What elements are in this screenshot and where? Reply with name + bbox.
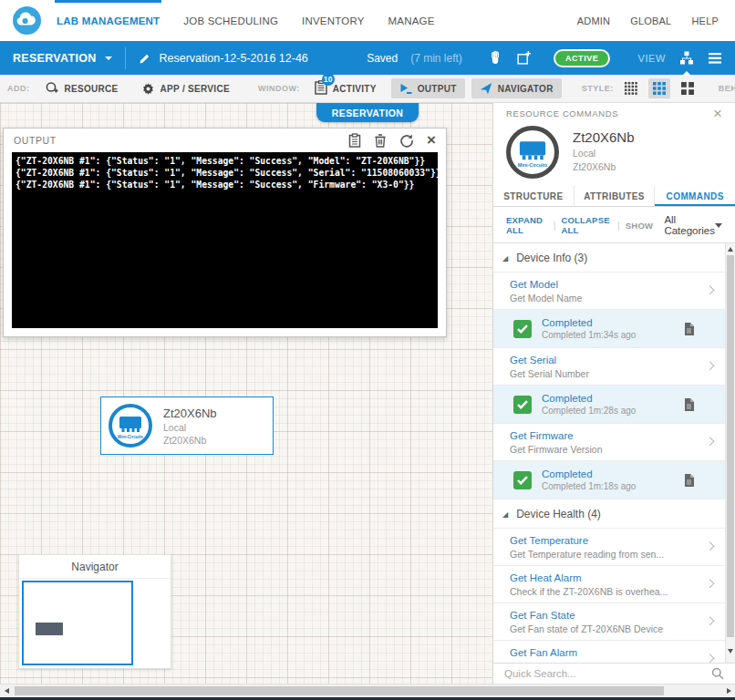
command-item[interactable]: Get Fan AlarmCheck if any fan of the ZT-… (493, 640, 725, 663)
nav-tab-inventory[interactable]: INVENTORY (302, 0, 364, 41)
add-label: ADD: (7, 84, 30, 93)
navigator-viewport[interactable] (22, 581, 133, 665)
nav-tab-lab-management[interactable]: LAB MANAGEMENT (57, 0, 160, 41)
search-icon[interactable] (711, 667, 724, 680)
quick-search-input[interactable] (504, 668, 711, 679)
hand-icon[interactable] (488, 50, 503, 66)
command-status-row[interactable]: CompletedCompleted 1m:34s ago (493, 309, 725, 347)
reservation-title-group: Reservation-12-5-2016 12-46 (139, 52, 308, 65)
admin-menu[interactable]: ADMIN (577, 15, 610, 26)
result-document-icon[interactable] (684, 398, 694, 411)
navigator-toggle[interactable]: NAVIGATOR (471, 78, 562, 98)
command-description: Get Model Name (510, 292, 698, 304)
navigator-arrow-icon (480, 82, 492, 95)
command-description: Get Firmware Version (510, 443, 698, 456)
status-detail: Completed 1m:28s ago (542, 405, 636, 417)
chevron-down-icon (105, 57, 112, 60)
nav-tab-job-scheduling[interactable]: JOB SCHEDULING (183, 0, 278, 41)
scrollbar-thumb[interactable] (15, 686, 664, 695)
grid-style-large-icon[interactable] (677, 78, 699, 98)
command-item[interactable]: Get Fan StateGet Fan state of ZT-20X6NB … (493, 602, 725, 640)
reservation-menu-button[interactable]: RESERVATION (13, 52, 112, 65)
command-name[interactable]: Get Firmware (510, 429, 698, 443)
copy-output-icon[interactable] (348, 133, 361, 148)
command-name[interactable]: Get Temperature (510, 534, 698, 548)
expand-all-link[interactable]: EXPAND ALL (506, 215, 548, 235)
add-app-service-button[interactable]: APP / SERVICE (133, 78, 238, 99)
command-name[interactable]: Get Fan Alarm (510, 646, 698, 660)
clear-output-trash-icon[interactable] (374, 133, 387, 148)
collapse-all-link[interactable]: COLLAPSE ALL (561, 215, 612, 235)
main-nav-tabs: LAB MANAGEMENT JOB SCHEDULING INVENTORY … (57, 0, 435, 41)
chevron-right-icon[interactable] (706, 285, 715, 294)
scroll-down-arrow[interactable] (726, 645, 735, 656)
chevron-right-icon[interactable] (706, 616, 715, 625)
navigator-panel[interactable]: Navigator (18, 554, 171, 669)
resource-card[interactable]: Mini-Circuits Zt20X6Nb Local Zt20X6Nb (100, 396, 274, 455)
scroll-up-arrow[interactable] (726, 243, 735, 254)
chevron-right-icon[interactable] (706, 437, 715, 446)
command-item[interactable]: Get ModelGet Model Name (493, 272, 725, 309)
reservation-canvas-tab[interactable]: RESERVATION (316, 103, 419, 122)
scroll-left-arrow[interactable] (0, 685, 13, 697)
command-name[interactable]: Get Fan State (510, 609, 698, 623)
command-item[interactable]: Get SerialGet Serial Number (493, 347, 725, 385)
resource-commands-panel: RESOURCE COMMANDS × Mini-Circuits Zt20X6… (492, 103, 735, 684)
grid-style-small-icon[interactable] (620, 78, 642, 98)
top-right-menu: ADMIN GLOBAL HELP (577, 15, 719, 26)
command-item[interactable]: Get FirmwareGet Firmware Version (493, 423, 725, 460)
list-view-icon[interactable] (708, 52, 722, 65)
refresh-output-icon[interactable] (399, 133, 414, 148)
mini-circuits-logo: Mini-Circuits (109, 404, 152, 448)
canvas-toolbar: ADD: RESOURCE APP / SERVICE WINDOW: 10 A… (0, 75, 735, 103)
navigator-button-label: NAVIGATOR (498, 84, 554, 94)
chevron-down-icon (715, 223, 722, 228)
terminal-output[interactable]: {"ZT-20X6NB #1": {"Status": "1", "Messag… (12, 152, 438, 328)
command-list[interactable]: ◢Device Info (3)Get ModelGet Model NameC… (493, 242, 735, 663)
add-resource-button[interactable]: RESOURCE (36, 77, 127, 99)
command-name[interactable]: Get Heat Alarm (510, 571, 698, 585)
scrollbar-thumb[interactable] (727, 255, 734, 637)
close-panel-icon[interactable]: × (713, 108, 722, 119)
output-window-header: OUTPUT × (4, 129, 446, 152)
command-status-row[interactable]: CompletedCompleted 1m:28s ago (493, 385, 725, 423)
grid-style-medium-icon[interactable] (648, 78, 670, 98)
tab-commands[interactable]: COMMANDS (654, 186, 735, 206)
save-as-plus-icon[interactable] (516, 50, 532, 66)
output-window-toggle[interactable]: OUTPUT (391, 78, 465, 98)
behaviour-label: BEHAVIOUR: (719, 84, 735, 93)
command-name[interactable]: Get Serial (510, 354, 698, 367)
reservation-menu-label: RESERVATION (13, 52, 97, 65)
command-item[interactable]: Get Heat AlarmCheck if the ZT-20X6NB is … (493, 565, 725, 602)
tab-attributes[interactable]: ATTRIBUTES (574, 186, 655, 206)
reservation-canvas[interactable]: RESERVATION OUTPUT × {"ZT-20 (0, 103, 492, 684)
command-item[interactable]: Get TemperatureGet Temperature reading f… (493, 528, 725, 565)
diagram-view-icon[interactable] (678, 50, 695, 67)
cloudshell-logo-icon[interactable] (13, 6, 41, 35)
close-output-icon[interactable]: × (427, 134, 436, 147)
status-label: Completed (542, 468, 636, 480)
command-description: Get Temperature reading from sen... (510, 548, 698, 561)
edit-pencil-icon[interactable] (139, 52, 151, 65)
chevron-right-icon[interactable] (706, 654, 715, 663)
scroll-right-arrow[interactable] (722, 685, 735, 697)
result-document-icon[interactable] (684, 474, 694, 487)
vertical-scrollbar[interactable] (725, 243, 735, 663)
command-name[interactable]: Get Model (510, 278, 698, 292)
domain-menu[interactable]: GLOBAL (630, 15, 671, 26)
command-status-row[interactable]: CompletedCompleted 1m:18s ago (493, 460, 725, 499)
resource-location: Local (573, 147, 635, 160)
command-section-header[interactable]: ◢Device Health (4) (493, 499, 725, 528)
command-section-header[interactable]: ◢Device Info (3) (493, 243, 725, 272)
activity-button[interactable]: 10 ACTIVITY (306, 77, 385, 100)
help-menu[interactable]: HELP (691, 15, 719, 26)
output-window[interactable]: OUTPUT × {"ZT-20X6NB #1": {"Status": "1"… (3, 128, 447, 337)
chevron-right-icon[interactable] (706, 361, 715, 370)
horizontal-scrollbar[interactable] (0, 684, 735, 697)
chevron-right-icon[interactable] (706, 541, 715, 551)
tab-structure[interactable]: STRUCTURE (493, 186, 574, 206)
result-document-icon[interactable] (684, 323, 694, 335)
nav-tab-manage[interactable]: MANAGE (388, 0, 435, 41)
category-filter-dropdown[interactable]: All Categories (664, 214, 722, 236)
chevron-right-icon[interactable] (706, 579, 715, 588)
